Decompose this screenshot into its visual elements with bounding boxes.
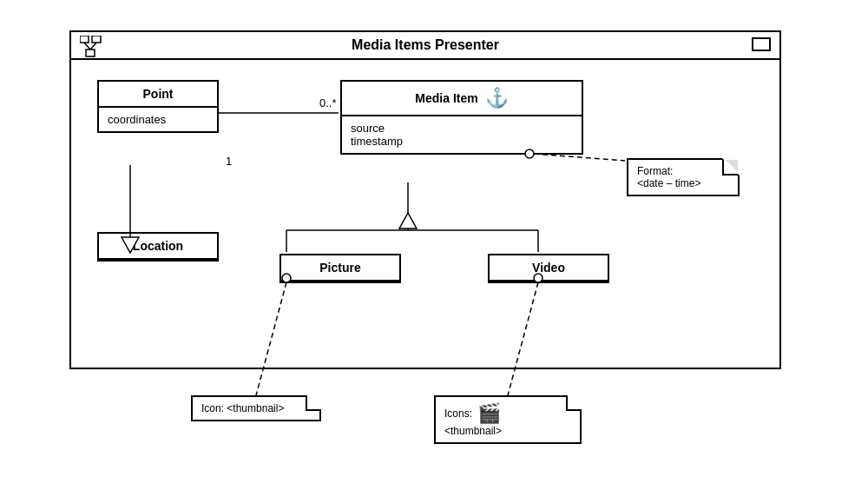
window-button[interactable] (752, 37, 771, 51)
anchor-icon: ⚓ (485, 87, 509, 109)
window-icon (80, 36, 108, 63)
point-title: Point (99, 82, 217, 108)
diagram-wrapper: Media Items Presenter Point coordinates … (17, 13, 851, 465)
svg-line-4 (90, 43, 96, 50)
svg-rect-1 (92, 36, 101, 43)
title-bar: Media Items Presenter (71, 32, 779, 60)
media-item-body: source timestamp (342, 116, 582, 153)
video-title: Video (490, 255, 608, 282)
media-item-title: Media Item ⚓ (342, 82, 582, 116)
location-title: Location (99, 234, 217, 260)
format-note: Format: <date – time> (627, 158, 740, 196)
main-frame: Media Items Presenter Point coordinates … (69, 30, 781, 369)
point-box: Point coordinates (97, 80, 219, 133)
svg-rect-0 (80, 36, 89, 43)
svg-rect-2 (86, 50, 95, 56)
video-box: Video (488, 254, 609, 283)
film-icon: 🎬 (477, 402, 501, 425)
svg-line-3 (84, 43, 90, 50)
point-body: coordinates (99, 108, 217, 131)
icons-thumbnail-note: Icons: 🎬 <thumbnail> (434, 395, 582, 444)
picture-box: Picture (279, 254, 401, 283)
icon-thumbnail-note: Icon: <thumbnail> (191, 395, 321, 421)
media-item-box: Media Item ⚓ source timestamp (340, 80, 583, 155)
location-box: Location (97, 232, 219, 262)
main-title: Media Items Presenter (352, 37, 499, 53)
picture-title: Picture (281, 255, 399, 282)
